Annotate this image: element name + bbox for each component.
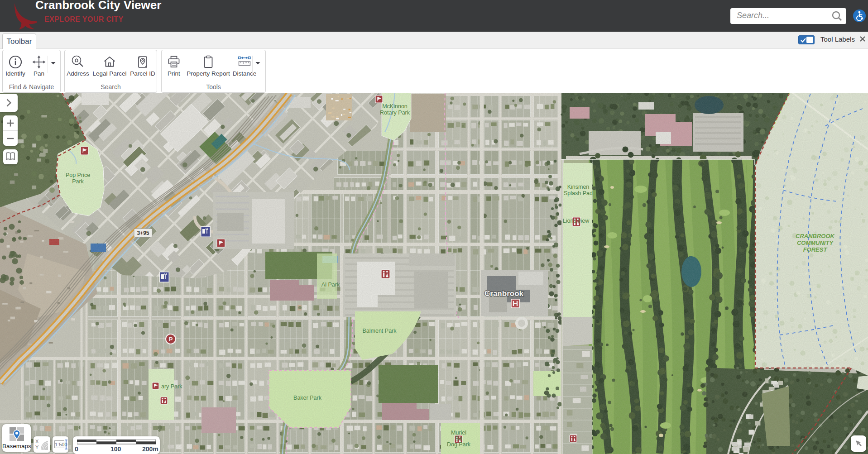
svg-text:X: X	[35, 439, 39, 444]
svg-text:Y: Y	[35, 444, 39, 450]
